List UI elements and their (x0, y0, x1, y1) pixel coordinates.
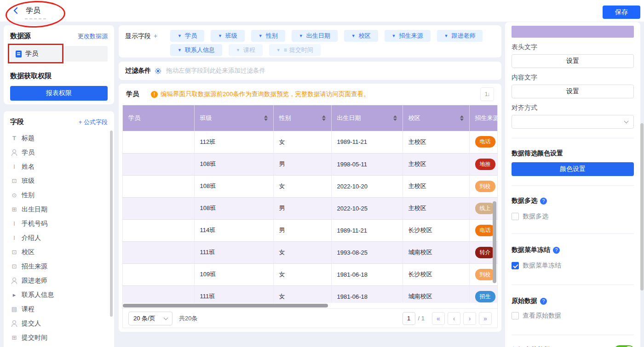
display-field-chip[interactable]: ▼≡提交时间 (269, 44, 321, 56)
table-cell: 108班 (194, 175, 273, 197)
table-cell: 111班 (194, 285, 273, 303)
table-cell: 女 (273, 263, 331, 285)
help-icon[interactable] (540, 198, 547, 205)
sort-carets-icon[interactable] (393, 115, 397, 121)
page-number-input[interactable]: 1 (402, 312, 415, 325)
column-header[interactable]: 班级 (194, 105, 273, 131)
chip-label: 跟进老师 (451, 32, 475, 40)
field-item[interactable]: 性别 (10, 188, 108, 202)
table-cell: 男 (273, 153, 331, 175)
display-field-chip[interactable]: ▼联系人信息 (170, 44, 222, 56)
source-badge: 招生 (475, 291, 495, 302)
report-builder-page: 学员 保存 数据源 更改数据源 学员 数据获取权限 报表权限 字段 + 公式字段… (0, 0, 644, 347)
display-field-chip[interactable]: ▼招生来源 (385, 30, 431, 42)
back-icon[interactable] (12, 6, 20, 15)
add-formula-field-link[interactable]: + 公式字段 (79, 118, 108, 126)
display-field-chip[interactable]: ▼校区 (344, 30, 378, 42)
raw-data-checkbox[interactable] (512, 312, 519, 319)
menu-freeze-checkbox[interactable] (512, 262, 519, 269)
column-header[interactable]: 性别 (273, 105, 331, 131)
field-item[interactable]: 跟进老师 (10, 273, 108, 288)
multi-select-checkbox-row[interactable]: 数据多选 (512, 212, 634, 221)
add-display-field-button[interactable]: + (154, 32, 157, 40)
table-cell: 108班 (194, 197, 273, 219)
first-page-button[interactable]: « (432, 312, 445, 325)
raw-data-checkbox-row[interactable]: 查看原始数据 (512, 312, 634, 320)
page-size-select[interactable]: 20 条/页 (128, 312, 172, 325)
report-permission-button[interactable]: 报表权限 (10, 86, 108, 101)
display-chips: ▼学员▼班级▼性别▼出生日期▼校区▼招生来源▼跟进老师▼联系人信息▼课程▼≡提交… (170, 30, 495, 53)
field-item-label: 班级 (22, 177, 34, 185)
field-item[interactable]: 手机号码 (10, 216, 108, 231)
vertical-scrollbar[interactable] (493, 201, 496, 283)
column-header[interactable]: 出生日期 (331, 105, 402, 131)
column-header-content: 校区 (408, 114, 464, 122)
next-page-button[interactable]: › (463, 312, 476, 325)
chevron-down-icon: ▼ (392, 34, 396, 38)
person-icon (10, 278, 18, 284)
filter-dropzone-placeholder[interactable]: 拖动左侧字段到此处来添加过滤条件 (166, 67, 265, 75)
permission-title: 数据获取权限 (10, 72, 108, 80)
multi-select-checkbox[interactable] (512, 213, 519, 220)
field-item[interactable]: 介绍人 (10, 231, 108, 245)
field-item[interactable]: 招生来源 (10, 259, 108, 273)
display-field-chip[interactable]: ▼跟进老师 (437, 30, 483, 42)
field-item[interactable]: 课程 (10, 302, 108, 316)
field-item[interactable]: 出生日期 (10, 202, 108, 216)
gear-icon[interactable] (155, 68, 161, 74)
display-field-chip[interactable]: ▼课程 (229, 44, 263, 56)
person-icon (10, 149, 18, 156)
sort-carets-icon[interactable] (264, 115, 268, 121)
table-cell: 城南校区 (402, 241, 469, 263)
menu-freeze-checkbox-row[interactable]: 数据菜单冻结 (512, 262, 634, 270)
display-field-chip[interactable]: ▼学员 (170, 30, 204, 42)
table-header-row: 学员班级性别出生日期校区招生来源 (123, 105, 497, 131)
field-item[interactable]: 提交时间 (10, 330, 108, 345)
datasource-title: 数据源 (10, 32, 31, 40)
field-item[interactable]: 联系人信息 (10, 288, 108, 302)
select-icon (10, 263, 18, 270)
field-item[interactable]: 标题 (10, 131, 108, 145)
save-button[interactable]: 保存 (603, 6, 640, 19)
table-cell: 女 (273, 241, 331, 263)
help-icon[interactable] (540, 298, 547, 305)
table-cell: 到校 (469, 175, 497, 197)
color-settings-button[interactable]: 颜色设置 (512, 162, 634, 176)
left-sidebar: 数据源 更改数据源 学员 数据获取权限 报表权限 字段 + 公式字段 标题学员姓… (4, 25, 114, 347)
last-page-button[interactable]: » (479, 312, 492, 325)
fields-scrollbar[interactable] (110, 131, 113, 317)
align-select[interactable] (512, 115, 634, 129)
prev-page-button[interactable]: ‹ (448, 312, 460, 325)
divider (512, 138, 634, 138)
page-scrollbar[interactable] (640, 123, 644, 290)
field-item[interactable]: 提交人 (10, 316, 108, 330)
text-icon (10, 163, 18, 170)
sort-order-button[interactable]: 1↓ (480, 87, 494, 101)
sort-carets-icon[interactable] (460, 115, 464, 121)
filter-color-title: 数据筛选颜色设置 (512, 149, 634, 158)
field-item[interactable]: 学员 (10, 145, 108, 159)
horizontal-scrollbar-thumb[interactable] (123, 304, 328, 307)
horizontal-scrollbar[interactable] (123, 303, 497, 308)
field-item[interactable]: 校区 (10, 245, 108, 259)
display-field-chip[interactable]: ▼班级 (211, 30, 245, 42)
sort-carets-icon[interactable] (322, 115, 326, 121)
table-cell: 主校区 (402, 131, 469, 153)
display-field-chip[interactable]: ▼出生日期 (292, 30, 338, 42)
datasource-item[interactable]: 学员 (10, 46, 108, 62)
calendar-icon (10, 206, 18, 213)
table-cell: 女 (273, 131, 331, 153)
table-cell (123, 131, 194, 153)
table-cell: 主校区 (402, 153, 469, 175)
column-header[interactable]: 校区 (402, 105, 469, 131)
menu-bar-toggle[interactable]: 开 (615, 345, 634, 347)
menu-freeze-title: 数据菜单冻结 (512, 246, 634, 254)
display-field-chip[interactable]: ▼性别 (251, 30, 285, 42)
column-header-content: 出生日期 (337, 114, 397, 122)
content-text-settings-button[interactable]: 设置 (512, 85, 634, 98)
field-item[interactable]: 姓名 (10, 159, 108, 174)
change-datasource-link[interactable]: 更改数据源 (78, 32, 108, 40)
field-item[interactable]: 班级 (10, 174, 108, 188)
help-icon[interactable] (553, 247, 560, 254)
header-text-settings-button[interactable]: 设置 (512, 54, 634, 68)
